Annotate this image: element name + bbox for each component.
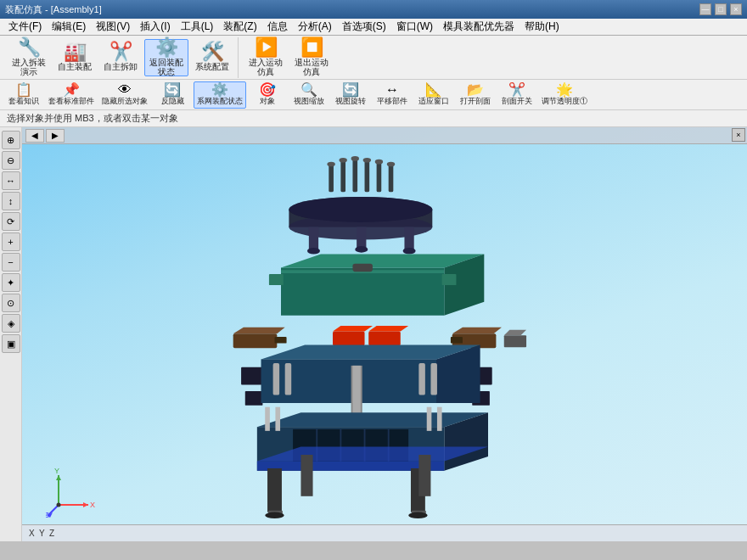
self-assemble-button[interactable]: 🏭 自主装配 [53,39,97,76]
net-assembly-button[interactable]: ⚙️ 系网装配状态 [194,81,246,109]
zoom-button[interactable]: 🔍 视图缩放 [289,81,329,109]
system-config-label: 系统配置 [195,62,229,71]
sidebar-btn-4[interactable]: ↕ [2,192,20,210]
self-disassemble-button[interactable]: ✂️ 自主拆卸 [98,39,143,76]
enter-disassembly-label: 进入拆装演示 [12,58,46,77]
sidebar-btn-9[interactable]: ⊙ [2,294,20,312]
return-assembly-icon: ⚙️ [155,38,178,57]
enter-motion-icon: ▶️ [255,38,278,57]
menu-window[interactable]: 窗口(W) [391,19,438,35]
svg-rect-29 [333,332,365,346]
close-button[interactable]: × [730,3,742,15]
section-toggle-label: 剖面开关 [502,97,532,106]
sidebar-btn-10[interactable]: ◈ [2,314,20,333]
svg-rect-16 [309,227,318,251]
menu-help[interactable]: 帮助(H) [520,19,564,35]
pan-icon: ↔ [385,83,399,97]
menu-assembly[interactable]: 装配(Z) [218,19,261,35]
svg-rect-28 [352,264,372,272]
viewport[interactable]: ◀ ▶ × [22,127,747,541]
svg-rect-33 [233,333,278,348]
sidebar-btn-2[interactable]: ⊖ [2,151,20,170]
toolbar-group-simulation: ▶️ 进入运动仿真 ⏹️ 退出运动仿真 [240,37,337,78]
svg-point-10 [375,160,383,165]
net-assembly-icon: ⚙️ [211,83,228,97]
zoom-label: 视图缩放 [294,97,324,106]
unhide-button[interactable]: 🔄 反隐藏 [152,81,193,109]
sidebar-btn-11[interactable]: ▣ [2,334,20,353]
svg-rect-49 [285,363,292,395]
knowledge-button[interactable]: 📋 套着知识 [3,81,44,109]
sidebar-btn-3[interactable]: ↔ [2,171,20,190]
status-bar: 选择对象并使用 MB3，或者双击某一对象 [0,110,747,127]
open-section-icon: 📂 [467,83,484,97]
title-bar-buttons[interactable]: — □ × [699,3,742,15]
transparency-label: 调节透明度① [542,97,587,106]
viewport-forward-button[interactable]: ▶ [46,129,65,143]
sidebar-btn-1[interactable]: ⊕ [2,131,20,149]
svg-rect-73 [275,407,280,431]
svg-rect-0 [329,164,334,192]
viewport-back-button[interactable]: ◀ [25,129,44,143]
menu-analysis[interactable]: 分析(A) [293,19,337,35]
upper-mold [269,255,484,316]
object-button[interactable]: 🎯 对象 [247,81,288,109]
menu-prefs[interactable]: 首选项(S) [337,19,391,35]
svg-text:X: X [90,501,95,509]
object-icon: 🎯 [259,83,276,97]
bottom-status-bar: X Y Z [22,524,747,541]
section-toggle-icon: ✂️ [508,83,525,97]
svg-line-82 [48,505,59,516]
enter-disassembly-button[interactable]: 🔧 进入拆装演示 [7,39,51,76]
menu-file[interactable]: 文件(F) [3,19,47,35]
self-disassemble-icon: ✂️ [110,42,132,61]
exit-motion-button[interactable]: ⏹️ 退出运动仿真 [289,39,334,76]
rotate-icon: 🔄 [342,83,359,97]
sidebar-btn-5[interactable]: ⟳ [2,212,20,231]
svg-rect-74 [427,407,432,431]
svg-rect-26 [269,274,284,285]
bottom-base [257,412,488,471]
menu-info[interactable]: 信息 [262,19,293,35]
std-parts-button[interactable]: 📌 套看标准部件 [45,81,98,109]
viewport-close-button[interactable]: × [732,128,745,142]
sidebar-btn-7[interactable]: − [2,253,20,272]
transparency-icon: 🌟 [556,83,573,97]
transparency-button[interactable]: 🌟 调节透明度① [538,81,591,109]
svg-text:Y: Y [54,467,59,475]
self-assemble-icon: 🏭 [64,42,87,61]
svg-rect-1 [340,160,345,193]
open-section-button[interactable]: 📂 打开剖面 [455,81,496,109]
menu-edit[interactable]: 编辑(E) [47,19,91,35]
minimize-button[interactable]: — [699,3,711,15]
svg-point-6 [327,162,334,167]
svg-marker-37 [452,328,502,334]
object-label: 对象 [260,97,275,106]
pan-button[interactable]: ↔ 平移部件 [372,81,413,109]
system-config-button[interactable]: 🛠️ 系统配置 [190,39,234,76]
menu-bar: 文件(F) 编辑(E) 视图(V) 插入(I) 工具(L) 装配(Z) 信息 分… [0,19,747,36]
menu-insert[interactable]: 插入(I) [135,19,175,35]
hide-selected-button[interactable]: 👁 隐藏所选对象 [98,81,151,109]
svg-rect-69 [418,455,430,496]
sidebar-btn-6[interactable]: + [2,232,20,251]
fit-window-button[interactable]: 📐 适应窗口 [413,81,454,109]
svg-point-21 [355,246,368,253]
top-plate [289,197,432,255]
menu-tools[interactable]: 工具(L) [176,19,219,35]
menu-mold[interactable]: 模具装配优先器 [438,19,520,35]
maximize-button[interactable]: □ [715,3,727,15]
sidebar-btn-8[interactable]: ✦ [2,273,20,292]
svg-rect-30 [368,332,401,346]
svg-rect-68 [300,455,312,496]
section-toggle-button[interactable]: ✂️ 剖面开关 [497,81,537,109]
self-disassemble-label: 自主拆卸 [104,62,138,71]
svg-rect-51 [430,363,437,395]
enter-motion-button[interactable]: ▶️ 进入运动仿真 [244,39,288,76]
return-assembly-button[interactable]: ⚙️ 返回装配状态 [144,39,188,76]
rotate-button[interactable]: 🔄 视图旋转 [330,81,371,109]
svg-marker-40 [504,330,526,336]
menu-view[interactable]: 视图(V) [91,19,135,35]
svg-rect-5 [389,164,394,192]
svg-rect-72 [265,407,270,431]
